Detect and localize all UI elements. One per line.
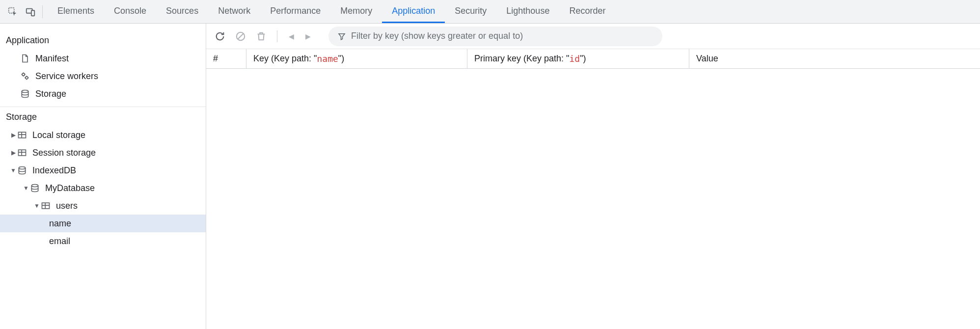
- column-value[interactable]: Value: [689, 49, 980, 68]
- toolbar-divider: [277, 30, 277, 42]
- filter-icon: [337, 32, 346, 41]
- svg-rect-2: [31, 10, 34, 16]
- table-header: # Key (Key path: "name") Primary key (Ke…: [206, 49, 980, 69]
- sidebar-item-service-workers[interactable]: Service workers: [0, 67, 206, 85]
- sidebar-item-label: Storage: [35, 89, 66, 99]
- svg-point-8: [19, 167, 25, 169]
- sidebar-item-object-store[interactable]: ▼ users: [0, 197, 206, 215]
- database-icon: [17, 165, 27, 176]
- main-area: Application Manifest Service workers: [0, 24, 980, 329]
- application-sidebar: Application Manifest Service workers: [0, 24, 206, 329]
- svg-point-9: [31, 185, 38, 187]
- device-toolbar-icon[interactable]: [22, 3, 39, 21]
- table-icon: [40, 200, 51, 211]
- tab-performance[interactable]: Performance: [260, 0, 330, 23]
- table-icon: [17, 130, 27, 140]
- chevron-down-icon: ▼: [33, 202, 40, 209]
- table-icon: [17, 147, 27, 158]
- chevron-down-icon: ▼: [10, 167, 17, 174]
- svg-point-3: [22, 73, 25, 76]
- chevron-right-icon: ▶: [10, 132, 17, 138]
- database-icon: [20, 88, 30, 99]
- content-pane: ◀ ▶ Filter by key (show keys greater or …: [206, 24, 980, 329]
- sidebar-item-database[interactable]: ▼ MyDatabase: [0, 179, 206, 197]
- inspect-element-icon[interactable]: [4, 3, 22, 21]
- column-key-prefix: Key (Key path: ": [253, 54, 317, 64]
- sidebar-item-index-name[interactable]: name: [0, 215, 206, 232]
- filter-placeholder: Filter by key (show keys greater or equa…: [351, 31, 523, 41]
- clear-button[interactable]: [234, 29, 247, 43]
- svg-point-4: [26, 77, 28, 79]
- tab-memory[interactable]: Memory: [330, 0, 382, 23]
- sidebar-item-storage[interactable]: Storage: [0, 85, 206, 103]
- sidebar-item-session-storage[interactable]: ▶ Session storage: [0, 144, 206, 162]
- tab-security[interactable]: Security: [445, 0, 496, 23]
- prev-page-button[interactable]: ◀: [286, 31, 296, 41]
- column-key-path: name: [317, 54, 338, 64]
- sidebar-item-indexeddb[interactable]: ▼ IndexedDB: [0, 162, 206, 179]
- tab-network[interactable]: Network: [208, 0, 260, 23]
- sidebar-item-index-email[interactable]: email: [0, 232, 206, 250]
- tab-sources[interactable]: Sources: [156, 0, 208, 23]
- document-icon: [20, 53, 30, 64]
- next-page-button[interactable]: ▶: [303, 31, 313, 41]
- column-primary-path: id: [569, 54, 580, 64]
- sidebar-item-label: Service workers: [35, 71, 98, 82]
- sidebar-item-label: MyDatabase: [45, 183, 95, 193]
- content-toolbar: ◀ ▶ Filter by key (show keys greater or …: [206, 24, 980, 49]
- column-primary-prefix: Primary key (Key path: ": [474, 54, 569, 64]
- tab-application[interactable]: Application: [382, 0, 445, 23]
- panel-tabs: Elements Console Sources Network Perform…: [48, 0, 615, 23]
- column-key[interactable]: Key (Key path: "name"): [246, 49, 467, 68]
- sidebar-item-local-storage[interactable]: ▶ Local storage: [0, 126, 206, 144]
- column-primary-key[interactable]: Primary key (Key path: "id"): [467, 49, 689, 68]
- delete-button[interactable]: [254, 29, 268, 43]
- column-index[interactable]: #: [206, 49, 246, 68]
- tab-recorder[interactable]: Recorder: [559, 0, 615, 23]
- sidebar-item-label: Local storage: [32, 130, 85, 140]
- sidebar-item-manifest[interactable]: Manifest: [0, 50, 206, 67]
- tab-lighthouse[interactable]: Lighthouse: [496, 0, 559, 23]
- database-icon: [29, 183, 40, 193]
- tabbar-divider: [42, 5, 43, 18]
- section-title-application: Application: [0, 30, 206, 50]
- column-key-suffix: "): [338, 54, 344, 64]
- sidebar-item-label: name: [49, 219, 71, 229]
- gears-icon: [20, 71, 30, 82]
- chevron-right-icon: ▶: [10, 149, 17, 156]
- sidebar-item-label: Session storage: [32, 148, 96, 158]
- column-primary-suffix: "): [580, 54, 586, 64]
- sidebar-item-label: users: [56, 201, 78, 211]
- sidebar-item-label: email: [49, 236, 70, 247]
- section-title-storage: Storage: [0, 107, 206, 126]
- tab-console[interactable]: Console: [104, 0, 156, 23]
- sidebar-item-label: Manifest: [35, 54, 69, 64]
- filter-input[interactable]: Filter by key (show keys greater or equa…: [328, 27, 662, 46]
- tab-elements[interactable]: Elements: [48, 0, 104, 23]
- svg-point-5: [22, 90, 28, 93]
- refresh-button[interactable]: [213, 29, 227, 43]
- devtools-tabbar: Elements Console Sources Network Perform…: [0, 0, 980, 24]
- sidebar-item-label: IndexedDB: [32, 165, 76, 176]
- chevron-down-icon: ▼: [23, 185, 29, 192]
